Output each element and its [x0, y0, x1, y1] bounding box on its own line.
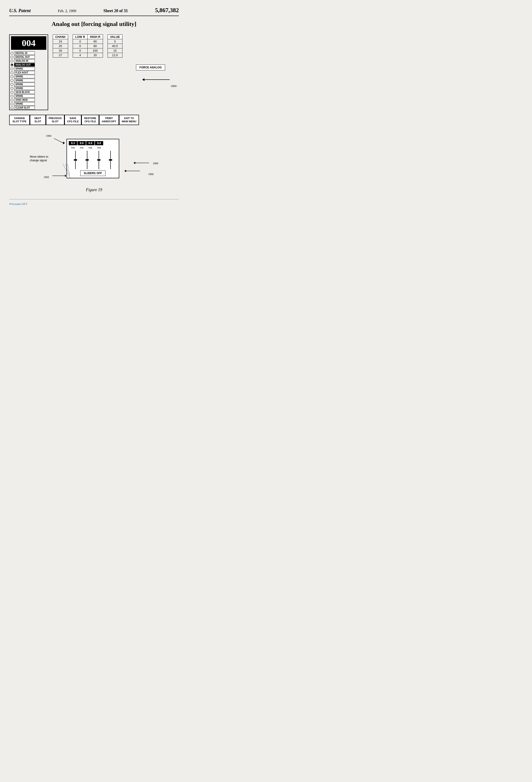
slot-label-10: 16/16 BLOCK: [14, 91, 35, 94]
slot-item-3[interactable]: ANALOG OUT: [10, 63, 48, 67]
next-slot-button[interactable]: NEXT SLOT: [30, 115, 46, 125]
slider-unit-0: ma: [69, 146, 77, 149]
previous-slot-button[interactable]: PREVIOUS SLOT: [46, 115, 65, 125]
value-cell-3: 12.0: [108, 53, 122, 58]
save-cfg-button[interactable]: SAVE CFG FILE: [65, 115, 81, 125]
header-left: U.S. Patent: [9, 8, 31, 13]
lowhigh-table: LOW R HIGH R 0600600100420: [73, 34, 103, 58]
slot-label-1: DIGITAL OUT: [14, 55, 35, 59]
slot-item-1[interactable]: DIGITAL OUT: [10, 55, 48, 59]
sliders-off-button[interactable]: SLIDERS OFF: [80, 171, 105, 176]
slot-item-12[interactable]: VHSC MOD: [10, 98, 48, 102]
slot-label-14: CLEAR SLOT: [14, 106, 35, 109]
svg-marker-8: [65, 175, 66, 177]
lowr-header: LOW R: [73, 35, 87, 39]
move-sliders-text: Move sliders to change signal: [30, 155, 57, 163]
slot-item-14[interactable]: CLEAR SLOT: [10, 106, 48, 110]
slot-radio-4: [10, 67, 13, 70]
arrow-1906-svg: [124, 169, 140, 173]
slider-val-1: 8.6: [77, 141, 86, 145]
right-section: CHAN# 24252627 LOW R HIGH R 060060010042…: [53, 34, 179, 110]
lowr-cell-0: 0: [73, 39, 87, 44]
main-ui: 004 DIGITAL INDIGITAL OUTANALOG INANALOG…: [9, 34, 179, 110]
slot-radio-11: [10, 95, 13, 98]
slider-track-1[interactable]: [70, 151, 81, 169]
exit-main-button[interactable]: EXIT TO MAIN MENU: [119, 115, 139, 125]
chan-header: CHAN#: [53, 35, 68, 39]
header-date: Feb. 2, 1999: [58, 9, 76, 13]
ref-1800: 1800: [170, 84, 177, 88]
lowr-cell-1: 0: [73, 44, 87, 48]
slider-track-3[interactable]: [93, 151, 104, 169]
bottom-toolbar: CHANGE SLOT TYPE NEXT SLOT PREVIOUS SLOT…: [9, 115, 179, 125]
chan-table-area: CHAN# 24252627 LOW R HIGH R 060060010042…: [53, 34, 179, 58]
slot-item-10[interactable]: 16/16 BLOCK: [10, 90, 48, 94]
ref-1902: 1902: [44, 176, 49, 179]
slot-radio-9: [10, 87, 13, 90]
slot-label-8: SPARE: [14, 82, 35, 86]
slot-item-6[interactable]: SPARE: [10, 75, 48, 78]
slot-item-2[interactable]: ANALOG IN: [10, 59, 48, 63]
value-cell-0: 0: [108, 39, 122, 44]
slider-values-row: 9.38.68.88.8: [69, 141, 117, 145]
slot-label-11: SPARE: [14, 94, 35, 98]
slider-units-row: mamamama: [69, 146, 117, 149]
slot-label-3: ANALOG OUT: [14, 63, 35, 67]
highr-cell-2: 100: [87, 48, 103, 53]
highr-cell-3: 20: [87, 53, 103, 58]
ref-1900: 1900: [153, 162, 158, 165]
slot-radio-5: [10, 71, 13, 74]
slot-item-13[interactable]: SPARE: [10, 102, 48, 106]
slider-val-3: 8.8: [95, 141, 103, 145]
slot-item-11[interactable]: SPARE: [10, 94, 48, 98]
slot-number: 004: [11, 36, 46, 50]
slot-radio-1: [10, 56, 13, 59]
page-title: Analog out [forcing signal utility]: [9, 21, 179, 28]
slot-item-5[interactable]: FLEX AOUT: [10, 71, 48, 75]
slider-unit-3: ma: [95, 146, 103, 149]
slider-box: 9.38.68.88.8 mamamama: [67, 139, 119, 178]
slot-label-5: FLEX AOUT: [14, 71, 35, 74]
print-hardcopy-button[interactable]: PRINT HARDCOPY: [99, 115, 119, 125]
slider-track-4[interactable]: [105, 151, 116, 169]
svg-marker-12: [124, 170, 126, 172]
footer-text: Pressauto.NET: [9, 202, 27, 206]
page-header: U.S. Patent Feb. 2, 1999 Sheet 20 of 31 …: [9, 7, 179, 16]
chan-table: CHAN# 24252627: [53, 34, 68, 58]
arrow-1902-svg: [52, 174, 66, 178]
restore-cfg-button[interactable]: RESTORE CFG FILE: [81, 115, 99, 125]
chan-cell-0: 24: [53, 39, 68, 44]
figure-diagram: 1904 Move sliders to change signal 9.38.…: [28, 134, 160, 178]
slot-item-7[interactable]: SPARE: [10, 78, 48, 82]
slot-item-9[interactable]: SPARE: [10, 86, 48, 90]
value-cell-2: 15: [108, 48, 122, 53]
slot-item-8[interactable]: SPARE: [10, 82, 48, 86]
force-analog-button[interactable]: FORCE ANALOG: [136, 65, 165, 70]
slot-radio-7: [10, 79, 13, 82]
svg-marker-3: [63, 142, 65, 144]
slider-track-2[interactable]: [81, 151, 92, 169]
chan-cell-1: 25: [53, 44, 68, 48]
slot-radio-12: [10, 99, 13, 101]
slider-tracks: [69, 151, 117, 169]
slider-val-0: 9.3: [69, 141, 77, 145]
slot-panel: 004 DIGITAL INDIGITAL OUTANALOG INANALOG…: [9, 34, 48, 110]
svg-line-2: [54, 138, 63, 143]
highr-header: HIGH R: [87, 35, 103, 39]
highr-cell-1: 60: [87, 44, 103, 48]
svg-marker-1: [142, 78, 145, 81]
change-slot-button[interactable]: CHANGE SLOT TYPE: [9, 115, 30, 125]
slot-label-12: VHSC MOD: [14, 98, 35, 102]
svg-line-5: [65, 164, 70, 177]
slot-label-6: SPARE: [14, 75, 35, 78]
slot-item-4[interactable]: SPARE: [10, 67, 48, 71]
slot-item-0[interactable]: DIGITAL IN: [10, 51, 48, 55]
svg-marker-10: [134, 162, 135, 164]
slot-radio-13: [10, 103, 13, 105]
slider-val-2: 8.8: [86, 141, 94, 145]
slot-label-4: SPARE: [14, 67, 35, 70]
highr-cell-0: 60: [87, 39, 103, 44]
figure-section: 1904 Move sliders to change signal 9.38.…: [9, 134, 179, 192]
footer: Pressauto.NET: [9, 199, 179, 206]
ref-1906: 1906: [148, 173, 154, 176]
